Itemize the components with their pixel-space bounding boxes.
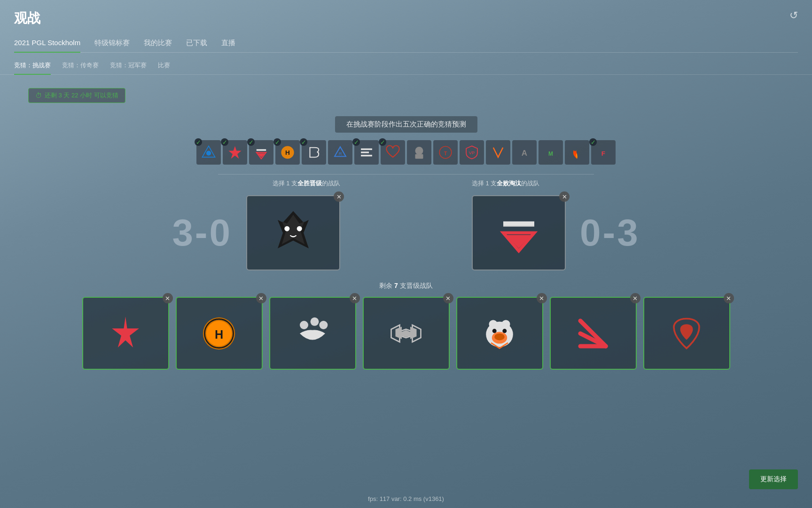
tab-live[interactable]: 直播 [221, 35, 235, 52]
subtab-champions[interactable]: 竞猜：冠军赛 [110, 57, 147, 74]
team-card-vp[interactable]: ✕ [456, 297, 543, 370]
svg-point-41 [492, 329, 497, 333]
teams-strip: ✓ ✓ ✓ ✓ H ✓ R ✓ [102, 140, 710, 165]
subtab-challengers[interactable]: 竞猜：挑战赛 [14, 57, 51, 74]
team-card-heroic[interactable]: ✕ H [176, 297, 263, 370]
refresh-selection-button[interactable]: 更新选择 [749, 469, 798, 489]
strip-team-10: T [433, 140, 458, 165]
check-4: ✓ [273, 138, 281, 146]
strip-team-3: ✓ [249, 140, 273, 165]
remove-left-team-btn[interactable]: ✕ [334, 191, 344, 202]
svg-rect-11 [361, 151, 369, 153]
sub-tabs: 竞猜：挑战赛 竞猜：传奇赛 竞猜：冠军赛 比赛 [0, 53, 812, 75]
svg-point-43 [494, 333, 505, 340]
strip-team-15 [565, 140, 589, 165]
remove-ence-btn[interactable]: ✕ [443, 293, 453, 303]
strip-team-6: R [328, 140, 352, 165]
tab-pgl-stockholm[interactable]: 2021 PGL Stockholm [14, 35, 80, 52]
strip-team-5: ✓ [302, 140, 326, 165]
svg-rect-28 [503, 222, 534, 226]
svg-point-38 [489, 320, 498, 328]
svg-text:VP: VP [469, 151, 475, 155]
left-pick-label: 选择 1 支全胜晋级的战队 [273, 179, 340, 188]
svg-point-24 [297, 226, 302, 231]
remove-right-team-btn[interactable]: ✕ [559, 191, 570, 202]
right-team-card-area: ✕ [472, 195, 566, 270]
check-8: ✓ [379, 138, 386, 146]
remove-astralis-btn[interactable]: ✕ [163, 293, 173, 303]
check-5: ✓ [300, 138, 307, 146]
strip-team-11: VP [460, 140, 484, 165]
remove-heroic-btn[interactable]: ✕ [256, 293, 266, 303]
svg-rect-3 [257, 149, 266, 151]
svg-marker-2 [228, 146, 241, 159]
left-pick-area: 选择 1 支全胜晋级的战队 3-0 ✕ [172, 179, 340, 270]
check-16: ✓ [589, 138, 597, 146]
right-selected-team[interactable]: ✕ [472, 195, 566, 270]
svg-point-42 [502, 329, 507, 333]
refresh-button[interactable]: ↺ [789, 9, 798, 22]
strip-team-8: ✓ [381, 140, 405, 165]
strip-team-1: ✓ [196, 140, 221, 165]
timer-icon: ⏱ [35, 92, 42, 99]
tab-downloaded[interactable]: 已下载 [186, 35, 207, 52]
svg-point-13 [415, 147, 423, 155]
right-pick-area: 选择 1 支全败淘汰的战队 ✕ 0-3 [472, 179, 640, 270]
strip-team-7: ✓ [354, 140, 379, 165]
remove-mouz-btn[interactable]: ✕ [724, 293, 734, 303]
remaining-label: 剩余 7 支晋级战队 [68, 282, 744, 290]
center-picks: 选择 1 支全胜晋级的战队 3-0 ✕ [172, 179, 640, 270]
svg-point-36 [319, 321, 328, 329]
svg-rect-10 [361, 149, 372, 150]
svg-text:H: H [285, 149, 290, 156]
svg-point-35 [311, 317, 319, 325]
tab-my-matches[interactable]: 我的比赛 [144, 35, 172, 52]
strip-team-13: A [512, 140, 537, 165]
svg-point-1 [206, 151, 211, 156]
remove-faze-btn[interactable]: ✕ [630, 293, 640, 303]
svg-text:H: H [215, 327, 223, 341]
svg-rect-14 [415, 154, 423, 159]
subtab-matches[interactable]: 比赛 [158, 57, 170, 74]
team-card-mouz[interactable]: ✕ [643, 297, 730, 370]
subtab-legends[interactable]: 竞猜：传奇赛 [62, 57, 99, 74]
bottom-section: 剩余 7 支晋级战队 ✕ ✕ H [68, 282, 744, 370]
svg-text:M: M [548, 151, 553, 157]
left-team-card-area: ✕ [246, 195, 340, 270]
timer-badge: ⏱ 还剩 3 天 22 小时 可以竞猜 [28, 88, 125, 103]
strip-team-2: ✓ [223, 140, 247, 165]
team-card-astralis[interactable]: ✕ [82, 297, 169, 370]
fps-bar: fps: 117 var: 0.2 ms (v1361) [0, 495, 812, 502]
left-selected-team[interactable]: ✕ [246, 195, 340, 270]
svg-point-23 [284, 226, 289, 231]
svg-text:A: A [522, 149, 527, 158]
top-bar: 观战 2021 PGL Stockholm 特级锦标赛 我的比赛 已下载 直播 [0, 0, 812, 53]
achievement-banner: 在挑战赛阶段作出五次正确的竞猜预测 [335, 116, 477, 133]
svg-text:F: F [601, 150, 605, 157]
main-tabs: 2021 PGL Stockholm 特级锦标赛 我的比赛 已下载 直播 [14, 35, 798, 53]
tab-special-tournament[interactable]: 特级锦标赛 [94, 35, 130, 52]
score-3-0: 3-0 [172, 211, 232, 254]
strip-team-9 [407, 140, 431, 165]
team-card-faze[interactable]: ✕ [550, 297, 637, 370]
remove-big-btn[interactable]: ✕ [350, 293, 360, 303]
svg-point-34 [300, 321, 308, 329]
team-card-big[interactable]: ✕ [269, 297, 356, 370]
timer-area: ⏱ 还剩 3 天 22 小时 可以竞猜 [14, 81, 798, 110]
svg-marker-29 [112, 317, 139, 348]
strip-team-14: M [539, 140, 563, 165]
svg-text:R: R [339, 151, 342, 156]
team-card-ence[interactable]: ✕ [363, 297, 450, 370]
divider [218, 174, 594, 175]
right-pick-label: 选择 1 支全败淘汰的战队 [472, 179, 539, 188]
main-content: 在挑战赛阶段作出五次正确的竞猜预测 ✓ ✓ ✓ ✓ H ✓ R [0, 116, 812, 370]
check-2: ✓ [221, 138, 228, 146]
check-3: ✓ [247, 138, 255, 146]
check-1: ✓ [195, 138, 202, 146]
team-grid: ✕ ✕ H ✕ [68, 297, 744, 370]
svg-point-39 [502, 320, 510, 328]
remove-vp-btn[interactable]: ✕ [537, 293, 547, 303]
svg-text:T: T [444, 151, 447, 156]
timer-text: 还剩 3 天 22 小时 可以竞猜 [45, 91, 118, 100]
svg-rect-12 [361, 155, 372, 156]
